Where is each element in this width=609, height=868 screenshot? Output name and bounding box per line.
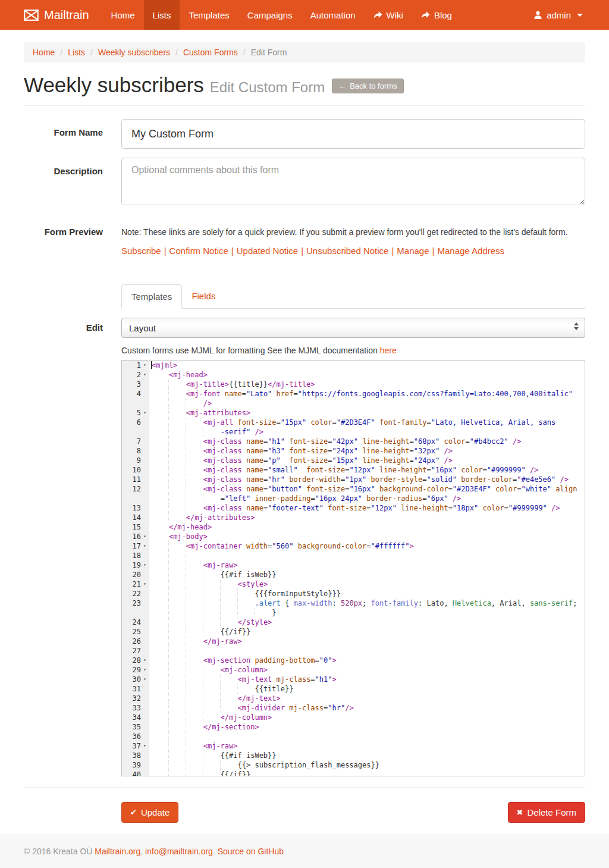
breadcrumb-link-lists[interactable]: Lists	[68, 48, 85, 57]
editor-code-line: <mj-class name="footer-text" font-size="…	[149, 503, 585, 513]
nav-item-lists[interactable]: Lists	[144, 0, 180, 30]
editor-gutter-cell: 32	[122, 694, 149, 703]
editor-code-line: </mj-column>	[149, 713, 585, 722]
breadcrumb: Home/Lists/Weekly subscribers/Custom For…	[24, 42, 585, 62]
editor-code-line: {{> subscription_flash_messages}}	[149, 760, 585, 770]
breadcrumb-separator: /	[90, 48, 93, 57]
fold-arrow-icon[interactable]: ▾	[141, 408, 149, 418]
editor-row: 13 <mj-class name="footer-text" font-siz…	[122, 503, 585, 513]
indent-guide	[186, 579, 203, 589]
editor-gutter-cell	[122, 608, 149, 618]
editor-code-line: <mj-text mj-class="h1">	[149, 675, 585, 684]
header-divider	[24, 105, 585, 106]
nav-item-label: Home	[111, 10, 135, 20]
editor-gutter-cell: 35	[122, 722, 149, 732]
preview-link-unsubscribed-notice[interactable]: Unsubscribed Notice	[306, 246, 388, 256]
template-select[interactable]: Layout	[121, 318, 585, 338]
indent-guide	[168, 627, 186, 637]
indent-guide	[168, 665, 186, 675]
caret-down-icon	[577, 14, 583, 17]
preview-link-manage-address[interactable]: Manage Address	[437, 246, 504, 256]
brand[interactable]: Mailtrain	[24, 0, 89, 30]
line-number: 28	[122, 656, 141, 665]
back-to-forms-button[interactable]: ←Back to forms	[332, 79, 403, 93]
update-button[interactable]: ✔Update	[121, 802, 178, 823]
user-menu[interactable]: admin	[531, 0, 585, 30]
fold-arrow-icon[interactable]: ▾	[141, 656, 149, 665]
fold-arrow-icon[interactable]: ▾	[141, 532, 149, 541]
indent-guide	[203, 427, 221, 437]
line-number: 2	[122, 370, 141, 380]
indent-guide	[152, 513, 169, 522]
editor-gutter-cell: 24	[122, 618, 149, 627]
tab-templates[interactable]: Templates	[121, 284, 182, 309]
nav-item-templates[interactable]: Templates	[180, 0, 238, 30]
editor-gutter-cell: 28▾	[122, 656, 149, 665]
fold-arrow-icon[interactable]: ▾	[141, 541, 149, 551]
fold-arrow-icon[interactable]: ▾	[141, 560, 149, 570]
breadcrumb-link-home[interactable]: Home	[33, 48, 55, 57]
footer-link-github[interactable]: Source on GitHub	[218, 847, 284, 856]
indent-guide	[152, 713, 169, 722]
editor-code-line: <mj-class name="h1" font-size="42px" lin…	[149, 437, 585, 446]
preview-link-manage[interactable]: Manage	[397, 246, 429, 256]
back-arrow-icon: ←	[338, 82, 346, 90]
breadcrumb-link-custom-forms[interactable]: Custom Forms	[183, 48, 238, 57]
nav-item-wiki[interactable]: Wiki	[365, 0, 412, 30]
indent-guide	[168, 598, 186, 608]
footer-link-mailtrain[interactable]: Mailtrain.org	[95, 847, 140, 856]
nav-item-label: Campaigns	[247, 10, 293, 20]
mjml-doc-link[interactable]: here	[380, 346, 397, 355]
code-editor[interactable]: 1▾<mjml>2▾ <mj-head>3 <mj-title>{{title}…	[121, 360, 585, 776]
navbar: Mailtrain HomeListsTemplatesCampaignsAut…	[0, 0, 609, 30]
preview-link-updated-notice[interactable]: Updated Notice	[237, 246, 298, 256]
indent-guide	[186, 703, 203, 713]
indent-guide	[168, 484, 186, 494]
fold-arrow-icon[interactable]: ▾	[141, 361, 149, 370]
indent-guide	[152, 522, 169, 532]
indent-guide	[168, 684, 186, 694]
fold-arrow-icon[interactable]: ▾	[141, 370, 149, 380]
editor-row: 9 <mj-class name="p" font-size="15px" li…	[122, 456, 585, 465]
indent-guide	[203, 760, 221, 770]
fold-arrow-icon[interactable]: ▾	[141, 741, 149, 751]
nav-item-home[interactable]: Home	[102, 0, 144, 30]
indent-guide	[237, 598, 255, 608]
breadcrumb-link-weekly-subscribers[interactable]: Weekly subscribers	[98, 48, 170, 57]
tab-fields[interactable]: Fields	[182, 284, 225, 309]
editor-code-line: <mj-class name="hr" border-width="1px" b…	[149, 475, 585, 484]
editor-gutter-cell	[122, 494, 149, 503]
indent-guide	[168, 722, 186, 732]
indent-guide	[168, 380, 186, 389]
indent-guide	[168, 465, 186, 475]
editor-row: 3 <mj-title>{{title}}</mj-title>	[122, 380, 585, 389]
footer-link-email[interactable]: info@mailtrain.org	[145, 847, 213, 856]
indent-guide	[186, 637, 203, 646]
line-number: 12	[122, 484, 141, 494]
preview-link-subscribe[interactable]: Subscribe	[121, 246, 161, 256]
editor-gutter-cell: 12	[122, 484, 149, 494]
delete-form-button[interactable]: ✖Delete Form	[508, 802, 585, 823]
editor-code-line: <mj-container width="560" background-col…	[149, 541, 585, 551]
description-textarea[interactable]	[121, 158, 585, 205]
indent-guide	[203, 579, 221, 589]
breadcrumb-separator: /	[60, 48, 62, 57]
indent-guide	[152, 484, 169, 494]
editor-gutter-cell: 21▾	[122, 579, 149, 589]
footer: © 2016 Kreata OÜ Mailtrain.org, info@mai…	[0, 834, 609, 868]
indent-guide	[203, 694, 221, 703]
line-number: 5	[122, 408, 141, 418]
form-name-input[interactable]	[121, 119, 585, 149]
indent-guide	[186, 465, 203, 475]
nav-item-blog[interactable]: Blog	[412, 0, 461, 30]
fold-arrow-icon[interactable]: ▾	[141, 579, 149, 589]
breadcrumb-item: Custom Forms	[183, 48, 238, 57]
line-number: 27	[122, 646, 141, 656]
nav-item-campaigns[interactable]: Campaigns	[238, 0, 302, 30]
indent-guide	[152, 532, 169, 541]
preview-link-confirm-notice[interactable]: Confirm Notice	[169, 246, 228, 256]
fold-arrow-icon[interactable]: ▾	[141, 675, 149, 684]
fold-arrow-icon[interactable]: ▾	[141, 665, 149, 675]
nav-item-automation[interactable]: Automation	[302, 0, 365, 30]
indent-guide	[168, 675, 186, 684]
